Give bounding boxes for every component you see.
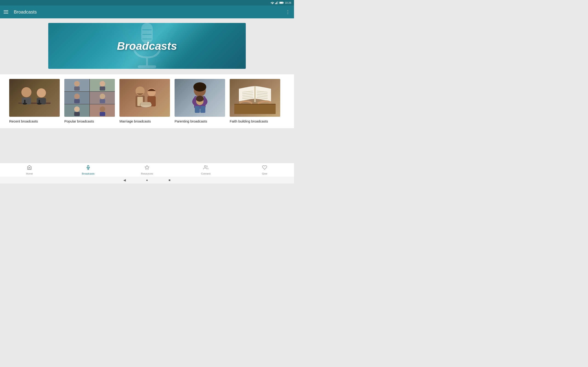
svg-rect-50 <box>234 104 276 114</box>
marriage-img-svg <box>124 82 165 114</box>
category-card-parenting[interactable]: Parenting broadcasts <box>174 79 225 124</box>
svg-point-67 <box>204 165 206 167</box>
svg-point-22 <box>37 103 42 105</box>
connect-icon <box>203 165 208 171</box>
nav-item-give[interactable]: Give <box>255 165 274 175</box>
category-label-recent: Recent broadcasts <box>9 119 60 124</box>
svg-rect-63 <box>87 165 89 168</box>
resources-icon <box>145 165 149 171</box>
popular-face-6 <box>97 105 108 116</box>
nav-item-resources[interactable]: Resources <box>138 165 156 175</box>
svg-point-33 <box>100 106 105 112</box>
menu-icon[interactable] <box>4 10 8 14</box>
more-options-icon[interactable]: ⋮ <box>285 9 290 15</box>
category-card-faith[interactable]: Faith building broadcasts <box>230 79 280 124</box>
svg-point-23 <box>74 81 80 86</box>
nav-item-connect[interactable]: Connect <box>197 165 215 175</box>
parenting-img-svg <box>179 82 221 114</box>
status-bar: 10:26 <box>0 0 294 6</box>
status-time: 10:26 <box>285 1 291 4</box>
faith-img-svg <box>234 82 276 114</box>
category-label-marriage: Marriage broadcasts <box>120 119 170 124</box>
svg-rect-1 <box>276 2 276 4</box>
svg-rect-2 <box>277 2 277 4</box>
bottom-nav: Home Broadcasts Resources <box>0 163 294 177</box>
broadcasts-icon <box>86 165 91 171</box>
svg-rect-6 <box>284 2 284 3</box>
popular-face-4 <box>97 92 108 103</box>
svg-rect-48 <box>195 106 200 113</box>
category-label-parenting: Parenting broadcasts <box>174 119 225 124</box>
svg-rect-10 <box>138 65 156 68</box>
svg-rect-4 <box>278 1 278 4</box>
popular-face-1 <box>71 80 82 91</box>
svg-rect-30 <box>100 99 105 103</box>
category-label-faith: Faith building broadcasts <box>230 119 280 124</box>
svg-point-17 <box>37 88 46 98</box>
svg-rect-32 <box>74 112 80 116</box>
svg-rect-0 <box>275 3 276 4</box>
battery-icon <box>279 1 284 4</box>
hero-title: Broadcasts <box>117 40 177 52</box>
nav-label-resources: Resources <box>141 172 153 175</box>
nav-item-broadcasts[interactable]: Broadcasts <box>79 165 97 175</box>
popular-face-2 <box>97 80 108 91</box>
home-icon <box>27 165 32 171</box>
svg-point-47 <box>196 96 204 102</box>
popular-face-5 <box>71 105 82 116</box>
svg-rect-26 <box>100 86 105 91</box>
svg-rect-3 <box>277 1 278 4</box>
svg-rect-52 <box>254 86 256 102</box>
nav-label-home: Home <box>26 172 33 175</box>
svg-point-43 <box>193 82 206 92</box>
recent-img-svg <box>14 82 55 114</box>
svg-rect-7 <box>279 2 283 3</box>
svg-point-29 <box>100 94 105 99</box>
svg-point-15 <box>21 87 32 97</box>
android-nav-bar: ◀ ● ■ <box>0 177 294 184</box>
app-bar: Broadcasts ⋮ <box>0 6 294 18</box>
svg-rect-34 <box>100 112 105 116</box>
svg-point-31 <box>74 106 80 112</box>
category-img-recent <box>9 79 60 117</box>
category-img-faith <box>230 79 280 117</box>
svg-point-21 <box>23 103 27 105</box>
category-card-recent[interactable]: Recent broadcasts <box>9 79 60 124</box>
nav-label-broadcasts: Broadcasts <box>82 172 95 175</box>
give-icon <box>262 165 267 171</box>
hero-banner: Broadcasts <box>48 23 246 69</box>
svg-point-27 <box>74 94 80 99</box>
main-content: Broadcasts <box>0 18 294 163</box>
status-icons: 10:26 <box>271 1 291 4</box>
svg-marker-66 <box>145 165 149 169</box>
category-grid: Recent broadcasts <box>0 74 294 128</box>
category-label-popular: Popular broadcasts <box>64 119 115 124</box>
svg-rect-24 <box>74 86 80 91</box>
category-img-parenting <box>174 79 225 117</box>
wifi-icon <box>271 1 274 4</box>
nav-label-connect: Connect <box>201 172 211 175</box>
android-back-btn[interactable]: ◀ <box>122 178 127 182</box>
signal-icon <box>275 1 278 4</box>
category-img-popular <box>64 79 115 117</box>
app-bar-title: Broadcasts <box>14 9 285 15</box>
svg-rect-49 <box>200 106 205 113</box>
nav-item-home[interactable]: Home <box>20 165 39 175</box>
svg-rect-28 <box>74 99 80 103</box>
svg-rect-41 <box>141 102 151 105</box>
svg-point-25 <box>100 81 105 86</box>
category-card-popular[interactable]: Popular broadcasts <box>64 79 115 124</box>
popular-face-3 <box>71 92 82 103</box>
android-home-btn[interactable]: ● <box>145 178 149 182</box>
category-img-marriage <box>120 79 170 117</box>
category-card-marriage[interactable]: Marriage broadcasts <box>120 79 170 124</box>
nav-label-give: Give <box>262 172 267 175</box>
android-recent-btn[interactable]: ■ <box>167 178 172 182</box>
hero-container: Broadcasts <box>0 18 294 73</box>
